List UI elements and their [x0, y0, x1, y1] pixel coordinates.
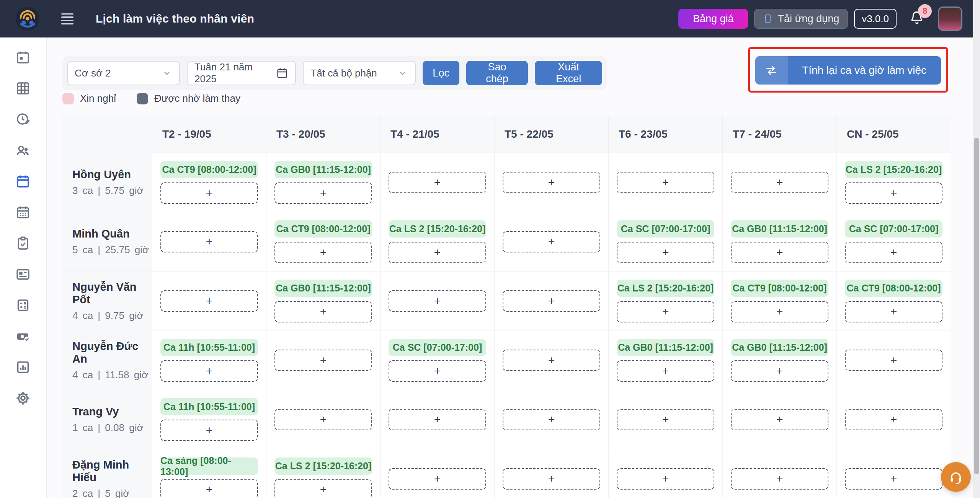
schedule-cell: + — [266, 390, 380, 449]
add-shift-button[interactable]: + — [617, 242, 714, 263]
pricing-button[interactable]: Bảng giá — [678, 9, 748, 29]
add-shift-button[interactable]: + — [845, 182, 942, 204]
shift-chip[interactable]: Ca LS 2 [15:20-16:20] — [845, 161, 942, 178]
shift-chip[interactable]: Ca CT9 [08:00-12:00] — [160, 161, 258, 178]
add-shift-button[interactable]: + — [274, 479, 372, 498]
shift-chip[interactable]: Ca LS 2 [15:20-16:20] — [274, 457, 372, 475]
add-shift-button[interactable]: + — [845, 409, 942, 430]
version-button[interactable]: v3.0.0 — [854, 9, 897, 29]
add-shift-button[interactable]: + — [503, 350, 600, 371]
add-shift-button[interactable]: + — [617, 468, 714, 490]
table-grid-icon — [15, 81, 31, 96]
schedule-cell: Ca sáng [08:00-13:00]+ — [152, 449, 266, 498]
topbar-actions: Bảng giá Tải ứng dụng v3.0.0 8 — [678, 7, 962, 31]
add-shift-button[interactable]: + — [731, 242, 828, 263]
add-shift-button[interactable]: + — [503, 172, 600, 193]
calendar-icon-active — [15, 174, 31, 189]
add-shift-button[interactable]: + — [845, 350, 942, 371]
add-shift-button[interactable]: + — [389, 409, 486, 430]
add-shift-button[interactable]: + — [731, 468, 828, 490]
add-shift-button[interactable]: + — [160, 182, 258, 204]
shift-chip[interactable]: Ca 11h [10:55-11:00] — [160, 339, 258, 356]
shift-chip[interactable]: Ca sáng [08:00-13:00] — [160, 457, 258, 475]
sidebar-item-news[interactable] — [14, 266, 32, 283]
sidebar-item-schedule-active[interactable] — [14, 173, 32, 190]
add-shift-button[interactable]: + — [503, 409, 600, 430]
add-shift-button[interactable]: + — [503, 231, 600, 252]
add-shift-button[interactable]: + — [617, 301, 714, 322]
user-avatar[interactable] — [938, 7, 962, 31]
add-shift-button[interactable]: + — [617, 172, 714, 193]
add-shift-button[interactable]: + — [845, 242, 942, 263]
sidebar-item-timesheet-grid[interactable] — [14, 80, 32, 97]
facility-select[interactable]: Cơ sở 2 — [67, 61, 180, 85]
support-fab-button[interactable] — [941, 462, 971, 492]
sidebar-item-shift-hours[interactable] — [14, 111, 32, 128]
add-shift-button[interactable]: + — [731, 409, 828, 430]
add-shift-button[interactable]: + — [160, 420, 258, 441]
filter-button[interactable]: Lọc — [423, 61, 459, 85]
add-shift-button[interactable]: + — [389, 360, 486, 382]
employee-summary: 4 ca | 9.75 giờ — [72, 310, 152, 322]
schedule-cell: + — [380, 153, 494, 212]
sidebar-item-monthly-calendar[interactable] — [14, 204, 32, 221]
shift-chip[interactable]: Ca CT9 [08:00-12:00] — [845, 280, 942, 297]
shift-chip[interactable]: Ca GB0 [11:15-12:00] — [731, 220, 828, 238]
schedule-cell: + — [494, 390, 608, 449]
add-shift-button[interactable]: + — [617, 360, 714, 382]
add-shift-button[interactable]: + — [160, 360, 258, 382]
add-shift-button[interactable]: + — [274, 301, 372, 322]
shift-chip[interactable]: Ca 11h [10:55-11:00] — [160, 398, 258, 415]
add-shift-button[interactable]: + — [160, 479, 258, 498]
add-shift-button[interactable]: + — [389, 468, 486, 490]
schedule-row: Đặng Minh Hiếu2 ca | 5 giờCa sáng [08:00… — [62, 449, 951, 498]
sidebar-item-reports[interactable] — [14, 359, 32, 376]
add-shift-button[interactable]: + — [503, 468, 600, 490]
menu-icon[interactable] — [61, 13, 74, 24]
shift-chip[interactable]: Ca LS 2 [15:20-16:20] — [389, 220, 486, 238]
shift-chip[interactable]: Ca GB0 [11:15-12:00] — [274, 280, 372, 297]
week-picker[interactable]: Tuần 21 năm 2025 — [187, 61, 296, 85]
sidebar-item-schedule-day[interactable] — [14, 49, 32, 66]
add-shift-button[interactable]: + — [731, 172, 828, 193]
download-app-button[interactable]: Tải ứng dụng — [754, 9, 848, 29]
add-shift-button[interactable]: + — [274, 409, 372, 430]
add-shift-button[interactable]: + — [389, 242, 486, 263]
shift-chip[interactable]: Ca SC [07:00-17:00] — [389, 339, 486, 356]
add-shift-button[interactable]: + — [503, 290, 600, 312]
add-shift-button[interactable]: + — [274, 242, 372, 263]
sidebar-item-settings[interactable] — [14, 390, 32, 407]
shift-chip[interactable]: Ca CT9 [08:00-12:00] — [274, 220, 372, 238]
add-shift-button[interactable]: + — [274, 182, 372, 204]
export-excel-button[interactable]: Xuất Excel — [535, 61, 602, 85]
shift-chip[interactable]: Ca LS 2 [15:20-16:20] — [617, 280, 714, 297]
add-shift-button[interactable]: + — [617, 409, 714, 430]
shift-chip[interactable]: Ca GB0 [11:15-12:00] — [274, 161, 372, 178]
shift-chip[interactable]: Ca GB0 [11:15-12:00] — [731, 339, 828, 356]
sidebar-item-approvals[interactable] — [14, 235, 32, 252]
add-shift-button[interactable]: + — [389, 172, 486, 193]
sidebar-item-employees[interactable] — [14, 142, 32, 159]
shift-chip[interactable]: Ca GB0 [11:15-12:00] — [617, 339, 714, 356]
add-shift-button[interactable]: + — [845, 468, 942, 490]
add-shift-button[interactable]: + — [731, 360, 828, 382]
add-shift-button[interactable]: + — [274, 350, 372, 371]
copy-button[interactable]: Sao chép — [466, 61, 528, 85]
scrollbar-thumb[interactable] — [974, 138, 979, 474]
add-shift-button[interactable]: + — [160, 290, 258, 312]
add-shift-button[interactable]: + — [731, 301, 828, 322]
add-shift-button[interactable]: + — [845, 301, 942, 322]
recalculate-button[interactable]: Tính lại ca và giờ làm việc — [755, 56, 941, 85]
add-shift-button[interactable]: + — [160, 231, 258, 252]
shift-chip[interactable]: Ca SC [07:00-17:00] — [617, 220, 714, 238]
add-shift-button[interactable]: + — [389, 290, 486, 312]
users-icon — [15, 143, 31, 158]
calendar-day-icon — [15, 50, 31, 65]
notifications-button[interactable]: 8 — [909, 10, 925, 28]
department-select[interactable]: Tất cả bộ phận — [303, 61, 416, 85]
sidebar-item-payroll[interactable] — [14, 328, 32, 345]
sidebar-item-calculator[interactable] — [14, 297, 32, 314]
shift-chip[interactable]: Ca CT9 [08:00-12:00] — [731, 280, 828, 297]
app-screen: Lịch làm việc theo nhân viên Bảng giá Tả… — [0, 0, 980, 498]
shift-chip[interactable]: Ca SC [07:00-17:00] — [845, 220, 942, 238]
